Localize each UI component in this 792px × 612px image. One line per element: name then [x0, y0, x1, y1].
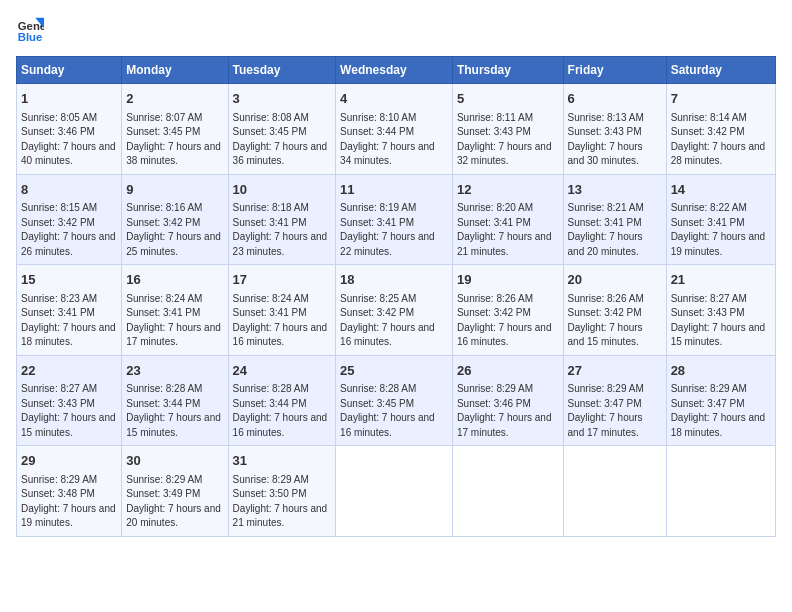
- calendar-cell: 14Sunrise: 8:22 AMSunset: 3:41 PMDayligh…: [666, 174, 775, 265]
- day-number: 11: [340, 180, 448, 200]
- day-number: 14: [671, 180, 771, 200]
- calendar-cell: 4Sunrise: 8:10 AMSunset: 3:44 PMDaylight…: [336, 84, 453, 175]
- day-number: 12: [457, 180, 559, 200]
- calendar-week-row: 29Sunrise: 8:29 AMSunset: 3:48 PMDayligh…: [17, 446, 776, 537]
- cell-details: Sunrise: 8:29 AMSunset: 3:46 PMDaylight:…: [457, 382, 559, 440]
- day-number: 20: [568, 270, 662, 290]
- calendar-cell: 8Sunrise: 8:15 AMSunset: 3:42 PMDaylight…: [17, 174, 122, 265]
- weekday-header: Tuesday: [228, 57, 336, 84]
- cell-details: Sunrise: 8:28 AMSunset: 3:45 PMDaylight:…: [340, 382, 448, 440]
- cell-details: Sunrise: 8:27 AMSunset: 3:43 PMDaylight:…: [671, 292, 771, 350]
- day-number: 30: [126, 451, 223, 471]
- calendar-cell: 29Sunrise: 8:29 AMSunset: 3:48 PMDayligh…: [17, 446, 122, 537]
- calendar-cell: 17Sunrise: 8:24 AMSunset: 3:41 PMDayligh…: [228, 265, 336, 356]
- calendar-cell: [563, 446, 666, 537]
- calendar-cell: 10Sunrise: 8:18 AMSunset: 3:41 PMDayligh…: [228, 174, 336, 265]
- cell-details: Sunrise: 8:26 AMSunset: 3:42 PMDaylight:…: [457, 292, 559, 350]
- calendar-cell: 23Sunrise: 8:28 AMSunset: 3:44 PMDayligh…: [122, 355, 228, 446]
- day-number: 1: [21, 89, 117, 109]
- calendar-cell: 22Sunrise: 8:27 AMSunset: 3:43 PMDayligh…: [17, 355, 122, 446]
- calendar-week-row: 1Sunrise: 8:05 AMSunset: 3:46 PMDaylight…: [17, 84, 776, 175]
- day-number: 28: [671, 361, 771, 381]
- cell-details: Sunrise: 8:20 AMSunset: 3:41 PMDaylight:…: [457, 201, 559, 259]
- weekday-header: Friday: [563, 57, 666, 84]
- cell-details: Sunrise: 8:26 AMSunset: 3:42 PMDaylight:…: [568, 292, 662, 350]
- calendar-week-row: 8Sunrise: 8:15 AMSunset: 3:42 PMDaylight…: [17, 174, 776, 265]
- day-number: 18: [340, 270, 448, 290]
- weekday-header: Sunday: [17, 57, 122, 84]
- cell-details: Sunrise: 8:05 AMSunset: 3:46 PMDaylight:…: [21, 111, 117, 169]
- cell-details: Sunrise: 8:22 AMSunset: 3:41 PMDaylight:…: [671, 201, 771, 259]
- cell-details: Sunrise: 8:29 AMSunset: 3:47 PMDaylight:…: [671, 382, 771, 440]
- cell-details: Sunrise: 8:21 AMSunset: 3:41 PMDaylight:…: [568, 201, 662, 259]
- cell-details: Sunrise: 8:18 AMSunset: 3:41 PMDaylight:…: [233, 201, 332, 259]
- calendar-cell: 31Sunrise: 8:29 AMSunset: 3:50 PMDayligh…: [228, 446, 336, 537]
- day-number: 8: [21, 180, 117, 200]
- calendar-cell: 3Sunrise: 8:08 AMSunset: 3:45 PMDaylight…: [228, 84, 336, 175]
- logo: General Blue: [16, 16, 44, 44]
- calendar-cell: 28Sunrise: 8:29 AMSunset: 3:47 PMDayligh…: [666, 355, 775, 446]
- weekday-header: Thursday: [452, 57, 563, 84]
- calendar-cell: 21Sunrise: 8:27 AMSunset: 3:43 PMDayligh…: [666, 265, 775, 356]
- calendar-cell: [666, 446, 775, 537]
- calendar-header-row: SundayMondayTuesdayWednesdayThursdayFrid…: [17, 57, 776, 84]
- calendar-cell: 20Sunrise: 8:26 AMSunset: 3:42 PMDayligh…: [563, 265, 666, 356]
- day-number: 15: [21, 270, 117, 290]
- calendar-cell: 2Sunrise: 8:07 AMSunset: 3:45 PMDaylight…: [122, 84, 228, 175]
- day-number: 19: [457, 270, 559, 290]
- day-number: 2: [126, 89, 223, 109]
- cell-details: Sunrise: 8:23 AMSunset: 3:41 PMDaylight:…: [21, 292, 117, 350]
- svg-text:Blue: Blue: [18, 31, 43, 43]
- calendar-cell: 16Sunrise: 8:24 AMSunset: 3:41 PMDayligh…: [122, 265, 228, 356]
- calendar-week-row: 15Sunrise: 8:23 AMSunset: 3:41 PMDayligh…: [17, 265, 776, 356]
- day-number: 23: [126, 361, 223, 381]
- cell-details: Sunrise: 8:29 AMSunset: 3:48 PMDaylight:…: [21, 473, 117, 531]
- calendar-week-row: 22Sunrise: 8:27 AMSunset: 3:43 PMDayligh…: [17, 355, 776, 446]
- calendar-cell: 18Sunrise: 8:25 AMSunset: 3:42 PMDayligh…: [336, 265, 453, 356]
- cell-details: Sunrise: 8:15 AMSunset: 3:42 PMDaylight:…: [21, 201, 117, 259]
- day-number: 9: [126, 180, 223, 200]
- calendar-cell: 19Sunrise: 8:26 AMSunset: 3:42 PMDayligh…: [452, 265, 563, 356]
- day-number: 10: [233, 180, 332, 200]
- calendar-cell: [336, 446, 453, 537]
- calendar-cell: 24Sunrise: 8:28 AMSunset: 3:44 PMDayligh…: [228, 355, 336, 446]
- calendar-cell: 9Sunrise: 8:16 AMSunset: 3:42 PMDaylight…: [122, 174, 228, 265]
- calendar-cell: 25Sunrise: 8:28 AMSunset: 3:45 PMDayligh…: [336, 355, 453, 446]
- cell-details: Sunrise: 8:24 AMSunset: 3:41 PMDaylight:…: [126, 292, 223, 350]
- day-number: 31: [233, 451, 332, 471]
- calendar-cell: 27Sunrise: 8:29 AMSunset: 3:47 PMDayligh…: [563, 355, 666, 446]
- cell-details: Sunrise: 8:28 AMSunset: 3:44 PMDaylight:…: [233, 382, 332, 440]
- day-number: 29: [21, 451, 117, 471]
- day-number: 25: [340, 361, 448, 381]
- cell-details: Sunrise: 8:11 AMSunset: 3:43 PMDaylight:…: [457, 111, 559, 169]
- cell-details: Sunrise: 8:29 AMSunset: 3:47 PMDaylight:…: [568, 382, 662, 440]
- cell-details: Sunrise: 8:28 AMSunset: 3:44 PMDaylight:…: [126, 382, 223, 440]
- calendar-cell: 30Sunrise: 8:29 AMSunset: 3:49 PMDayligh…: [122, 446, 228, 537]
- calendar-cell: 7Sunrise: 8:14 AMSunset: 3:42 PMDaylight…: [666, 84, 775, 175]
- calendar-cell: 11Sunrise: 8:19 AMSunset: 3:41 PMDayligh…: [336, 174, 453, 265]
- calendar-cell: [452, 446, 563, 537]
- day-number: 24: [233, 361, 332, 381]
- day-number: 7: [671, 89, 771, 109]
- day-number: 27: [568, 361, 662, 381]
- day-number: 4: [340, 89, 448, 109]
- weekday-header: Monday: [122, 57, 228, 84]
- cell-details: Sunrise: 8:10 AMSunset: 3:44 PMDaylight:…: [340, 111, 448, 169]
- calendar-cell: 6Sunrise: 8:13 AMSunset: 3:43 PMDaylight…: [563, 84, 666, 175]
- calendar-body: 1Sunrise: 8:05 AMSunset: 3:46 PMDaylight…: [17, 84, 776, 537]
- calendar-cell: 26Sunrise: 8:29 AMSunset: 3:46 PMDayligh…: [452, 355, 563, 446]
- day-number: 17: [233, 270, 332, 290]
- day-number: 5: [457, 89, 559, 109]
- cell-details: Sunrise: 8:19 AMSunset: 3:41 PMDaylight:…: [340, 201, 448, 259]
- weekday-header: Saturday: [666, 57, 775, 84]
- day-number: 3: [233, 89, 332, 109]
- day-number: 13: [568, 180, 662, 200]
- calendar-cell: 1Sunrise: 8:05 AMSunset: 3:46 PMDaylight…: [17, 84, 122, 175]
- cell-details: Sunrise: 8:25 AMSunset: 3:42 PMDaylight:…: [340, 292, 448, 350]
- day-number: 21: [671, 270, 771, 290]
- calendar-cell: 15Sunrise: 8:23 AMSunset: 3:41 PMDayligh…: [17, 265, 122, 356]
- day-number: 6: [568, 89, 662, 109]
- weekday-header: Wednesday: [336, 57, 453, 84]
- cell-details: Sunrise: 8:13 AMSunset: 3:43 PMDaylight:…: [568, 111, 662, 169]
- day-number: 26: [457, 361, 559, 381]
